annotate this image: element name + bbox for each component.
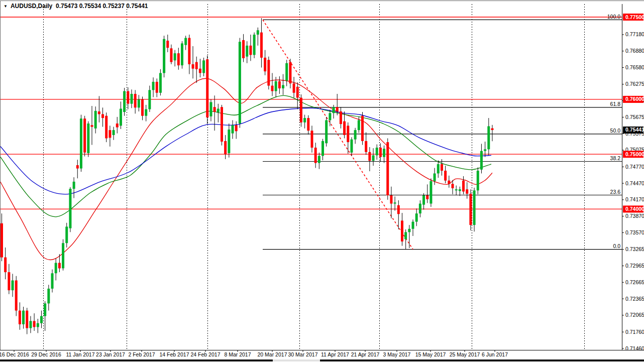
- candle: [19, 311, 21, 324]
- candle: [282, 85, 284, 88]
- candle: [340, 111, 342, 124]
- candle: [314, 148, 317, 163]
- candle: [217, 108, 220, 112]
- date-tick-label: 8 Mar 2017: [224, 351, 251, 357]
- candle: [257, 30, 259, 35]
- candle: [336, 107, 339, 111]
- scrollbar-track-right[interactable]: [320, 359, 644, 361]
- candle: [37, 323, 39, 327]
- candle: [65, 226, 68, 243]
- candle: [83, 118, 86, 153]
- candle: [278, 81, 281, 88]
- chart-title: ▼AUDUSD,Daily 0.75473 0.75534 0.75237 0.…: [4, 3, 148, 10]
- ma-red-line: [0, 78, 492, 260]
- fib-level-label: 0.0: [613, 243, 620, 249]
- candle: [12, 281, 14, 291]
- candle: [386, 142, 389, 195]
- price-axis[interactable]: 0.771800.768800.765800.762750.759750.756…: [622, 4, 644, 351]
- candle: [477, 171, 479, 190]
- candle: [73, 182, 75, 189]
- candle: [87, 124, 89, 153]
- candle: [94, 111, 97, 129]
- fib-retracement[interactable]: 100.061.850.038.223.60.0: [263, 14, 622, 250]
- date-tick-label: 16 Dec 2016: [0, 351, 29, 357]
- candle: [98, 111, 100, 114]
- price-tick-label: 0.72065: [625, 312, 644, 318]
- candle: [120, 108, 122, 126]
- candle: [473, 190, 476, 225]
- date-tick-label: 11 Apr 2017: [321, 351, 349, 357]
- candle: [101, 114, 104, 118]
- candle: [484, 149, 486, 151]
- date-tick-label: 23 Jan 2017: [96, 351, 125, 357]
- candle: [310, 131, 313, 148]
- candle: [419, 204, 421, 214]
- candle: [141, 99, 144, 116]
- candle: [426, 195, 428, 199]
- fib-trendline[interactable]: [263, 20, 413, 249]
- candle: [109, 130, 111, 138]
- date-tick-label: 25 May 2017: [450, 351, 480, 357]
- date-tick-label: 29 Dec 2016: [31, 351, 61, 357]
- time-axis[interactable]: 16 Dec 201629 Dec 201611 Jan 201723 Jan …: [0, 350, 644, 357]
- price-tick-label: 0.76275: [625, 81, 644, 87]
- candle: [372, 155, 375, 161]
- candle: [235, 125, 238, 131]
- price-tick-label: 0.74470: [625, 180, 644, 186]
- candle: [361, 116, 364, 141]
- price-chart[interactable]: 100.061.850.038.223.60.00.771800.768800.…: [0, 0, 644, 364]
- candle: [264, 58, 266, 71]
- scrollbar-track-left[interactable]: [0, 359, 273, 361]
- date-tick-label: 11 Jan 2017: [66, 351, 94, 357]
- candle: [415, 213, 418, 221]
- price-tick-label: 0.72965: [625, 263, 644, 269]
- candle: [430, 181, 432, 204]
- candle: [318, 156, 320, 163]
- price-tick-label: 0.76880: [625, 48, 644, 54]
- candle: [156, 82, 158, 93]
- candle: [170, 48, 172, 62]
- candle: [166, 41, 169, 48]
- candle: [365, 141, 367, 152]
- fib-level-label: 61.8: [610, 101, 621, 107]
- candle: [343, 122, 346, 135]
- candle: [368, 152, 371, 161]
- horizontal-scrollbar[interactable]: [0, 359, 644, 361]
- candle: [69, 189, 71, 228]
- svg-text:0.76000: 0.76000: [625, 96, 644, 102]
- candle: [459, 189, 461, 191]
- candle: [116, 124, 119, 128]
- candle: [350, 140, 353, 153]
- date-tick-label: 3 May 2017: [383, 351, 411, 357]
- scrollbar-thumb[interactable]: [273, 359, 320, 361]
- candle: [289, 62, 291, 84]
- symbol-period-label: AUDUSD,Daily: [11, 3, 52, 10]
- fib-level-label: 50.0: [610, 128, 621, 134]
- candle: [15, 281, 18, 311]
- date-tick-label: 20 Mar 2017: [258, 351, 287, 357]
- mt4-chart-window: 100.061.850.038.223.60.00.771800.768800.…: [0, 0, 644, 364]
- candle: [192, 64, 194, 69]
- fib-level-label: 100.0: [607, 14, 620, 20]
- candle: [134, 94, 137, 107]
- candle: [253, 35, 256, 55]
- close-value: 0.75441: [126, 3, 148, 10]
- period-separators: [44, 4, 585, 350]
- candle: [213, 107, 216, 112]
- candle: [177, 53, 180, 65]
- candle: [444, 171, 447, 181]
- chart-menu-arrow-icon: ▼: [4, 4, 8, 9]
- price-tick-label: 0.74770: [625, 164, 644, 170]
- candle: [249, 46, 252, 55]
- fib-level-label: 23.6: [610, 189, 621, 195]
- candle: [239, 42, 241, 124]
- candle: [159, 73, 162, 92]
- candle: [455, 189, 458, 190]
- candle: [80, 118, 82, 168]
- candle: [466, 189, 468, 194]
- candles-layer[interactable]: [1, 18, 493, 334]
- candle: [188, 38, 190, 64]
- svg-text:0.77500: 0.77500: [625, 14, 644, 20]
- moving-averages: [0, 78, 492, 260]
- candle: [51, 273, 54, 289]
